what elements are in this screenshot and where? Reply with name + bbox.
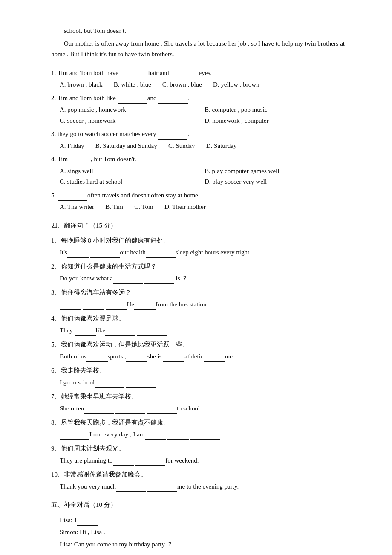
intro-section: school, but Tom doesn't. Our mother is o… xyxy=(51,26,349,60)
trans-9: 9、他们周末计划去观光。 They are planning to for we… xyxy=(51,443,349,466)
dialog-block: Lisa: 1 Simon: Hi , Lisa . Lisa: Can you… xyxy=(60,515,349,550)
question-1: 1. Tim and Tom both havehair andeyes. A.… xyxy=(51,68,349,90)
section5-header: 五、补全对话（10 分） xyxy=(51,500,349,511)
trans-8: 8、尽管我每天跑步，我还是有点不健康。 I run every day , I … xyxy=(51,417,349,440)
section4-header: 四、翻译句子（15 分） xyxy=(51,220,349,231)
trans-1: 1、每晚睡够 8 小时对我们的健康有好处。 It's our healthsle… xyxy=(51,235,349,258)
trans-6: 6、我走路去学校。 I go to school . xyxy=(51,365,349,388)
trans-2: 2、你知道什么是健康的生活方式吗？ Do you know what a is … xyxy=(51,261,349,284)
q2-options: A. pop music , homework B. computer , po… xyxy=(60,104,349,126)
dialog-line-2: Simon: Hi , Lisa . xyxy=(60,527,349,538)
dialog-line-1: Lisa: 1 xyxy=(60,515,349,526)
trans-10: 10、非常感谢你邀请我参加晚会。 Thank you very much me … xyxy=(51,469,349,492)
q3-options: A. Friday B. Saturday and Sunday C. Sund… xyxy=(60,141,349,152)
question-4: 4. Tim , but Tom doesn't. A. sings well … xyxy=(51,154,349,188)
q1-text: 1. Tim and Tom both havehair andeyes. xyxy=(51,68,349,79)
intro-line2: Our mother is often away from home . She… xyxy=(51,38,349,60)
question-5: 5. often travels and doesn't often stay … xyxy=(51,190,349,213)
q5-options: A. The writer B. Tim C. Tom D. Their mot… xyxy=(60,202,349,213)
q4-options: A. sings well B. play computer games wel… xyxy=(60,166,349,188)
trans-3: 3、他住得离汽车站有多远？ Hefrom the bus station . xyxy=(51,287,349,310)
trans-4: 4、他们俩都喜欢踢足球。 They like . xyxy=(51,313,349,336)
section5: 五、补全对话（10 分） Lisa: 1 Simon: Hi , Lisa . … xyxy=(51,500,349,550)
q1-options: A. brown , black B. white , blue C. brow… xyxy=(60,79,349,90)
dialog-line-3: Lisa: Can you come to my birthday party … xyxy=(60,539,349,550)
question-3: 3. they go to watch soccer matches every… xyxy=(51,129,349,151)
question-2: 2. Tim and Tom both like and . A. pop mu… xyxy=(51,93,349,127)
trans-5: 5、我们俩都喜欢运动，但是她比我更活跃一些。 Both of ussports … xyxy=(51,339,349,362)
section4: 四、翻译句子（15 分） 1、每晚睡够 8 小时对我们的健康有好处。 It's … xyxy=(51,220,349,492)
trans-7: 7、她经常乘坐早班车去学校。 She often to school. xyxy=(51,391,349,414)
intro-line1: school, but Tom doesn't. xyxy=(51,26,349,37)
section3: 1. Tim and Tom both havehair andeyes. A.… xyxy=(51,68,349,213)
